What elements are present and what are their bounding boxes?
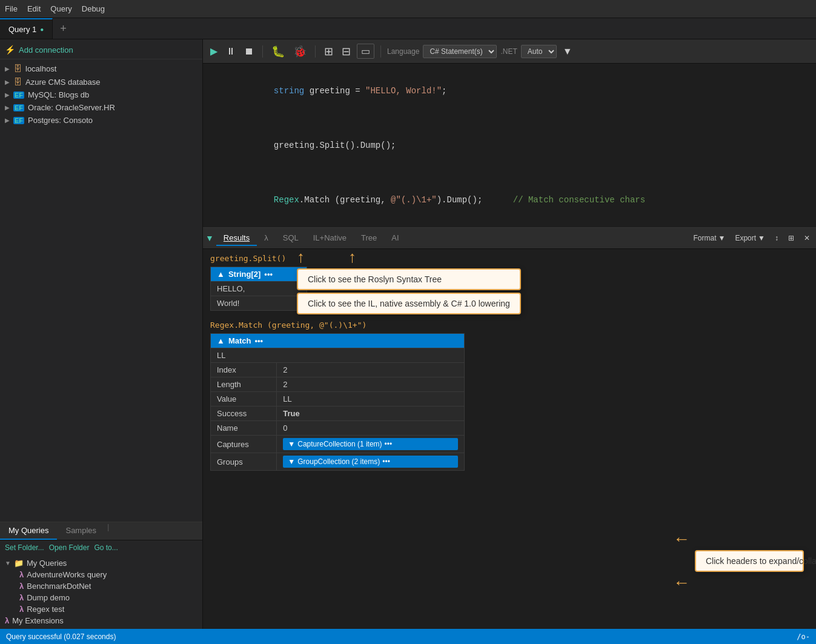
pause-button[interactable]: ⏸ [224,45,238,58]
sidebar-item-postgres[interactable]: ▶ EF Postgres: Consoto [0,114,202,127]
groups-dots[interactable]: ••• [382,457,390,466]
sidebar-item-localhost[interactable]: ▶ 🗄 localhost [0,62,202,75]
chevron-icon-mysql: ▶ [5,91,10,98]
expand-arrow: ▼ [288,440,295,448]
table-row-index: Index 2 [211,363,465,377]
cell-index-label: Index [211,363,277,377]
table-row-groups: Groups ▼ GroupCollection (2 items) ••• [211,453,465,471]
sidebar-item-azure[interactable]: ▶ 🗄 Azure CMS database [0,75,202,88]
table-row-value: Value LL [211,392,465,407]
lambda-icon-3: λ [19,593,24,602]
stop-button[interactable]: ⏹ [242,45,256,58]
left-arrows-container: ← ← [673,529,690,593]
result1-header[interactable]: ▲ String[2] ••• [211,267,307,282]
cell-hello: HELLO, [211,282,307,296]
cell-groups-value[interactable]: ▼ GroupCollection (2 items) ••• [277,453,465,471]
open-folder-btn[interactable]: Open Folder [49,543,90,552]
queries-tabs: My Queries Samples | [0,522,202,540]
tree-item-regex[interactable]: λ Regex test [0,603,202,615]
expand-button[interactable]: ↕ [771,233,782,244]
results-tab-lambda[interactable]: λ [257,231,276,246]
lambda-icon-2: λ [19,582,24,591]
table-row-name: Name 0 [211,421,465,436]
menu-bar: File Edit Query Debug [0,0,816,18]
code-line-4 [213,166,806,179]
results-tab-ilnative[interactable]: IL+Native [306,231,354,246]
export-button[interactable]: Export ▼ [731,233,769,244]
close-results-button[interactable]: ✕ [800,233,814,244]
header-dots[interactable]: ••• [264,270,273,279]
groups-expand-btn[interactable]: ▼ GroupCollection (2 items) ••• [283,456,458,468]
debug-button-2[interactable]: 🐞 [291,44,309,59]
toolbar-sep-2 [315,45,316,58]
sidebar-item-mysql[interactable]: ▶ EF MySQL: Blogs db [0,88,202,101]
sidebar: ⚡ Add connection ▶ 🗄 localhost ▶ 🗄 Azure… [0,39,203,629]
result2-table: ▲ Match ••• LL [210,333,465,471]
main-layout: ⚡ Add connection ▶ 🗄 localhost ▶ 🗄 Azure… [0,39,816,629]
debug-button-1[interactable]: 🐛 [269,44,287,59]
run-button[interactable]: ▶ [208,44,220,58]
cell-value-value: LL [277,392,465,407]
chevron-icon: ▶ [5,65,10,72]
results-panel: ▼ Results λ SQL IL+Native Tree AI Format… [203,228,816,629]
cell-captures-value[interactable]: ▼ CaptureCollection (1 item) ••• [277,436,465,453]
results-arrow[interactable]: ▼ [205,233,214,243]
status-bar: Query successful (0.027 seconds) /o- [0,629,816,644]
tree-item-extensions[interactable]: λ My Extensions [0,615,202,626]
cell-world: World! [211,296,307,311]
toolbar-sep-3 [380,45,381,58]
captures-dots[interactable]: ••• [385,440,393,448]
tree-item-adventureworks[interactable]: λ AdventureWorks query [0,569,202,580]
results-tab-ai[interactable]: AI [384,231,406,246]
menu-debug[interactable]: Debug [82,4,105,13]
grid-toggle-button[interactable]: ⊞ [784,233,798,244]
tab-add-button[interactable]: + [53,18,74,39]
format-button[interactable]: Format ▼ [690,233,729,244]
tab-query1[interactable]: Query 1 ● [0,18,53,39]
grid-view-button-2[interactable]: ⊟ [339,44,353,59]
sidebar-oracle-label: Oracle: OracleServer.HR [28,103,115,112]
editor-area: ▶ ⏸ ⏹ 🐛 🐞 ⊞ ⊟ ▭ Language C# Statement(s)… [203,39,816,629]
match-header[interactable]: ▲ Match ••• [211,334,465,348]
add-connection-item[interactable]: ⚡ Add connection [0,43,202,56]
dotnet-select[interactable]: Auto [521,45,557,58]
tab-samples[interactable]: Samples [57,522,105,540]
set-folder-btn[interactable]: Set Folder... [5,543,44,552]
ef-icon-oracle: EF [13,104,24,111]
lambda-icon-4: λ [19,605,24,614]
sidebar-item-oracle[interactable]: ▶ EF Oracle: OracleServer.HR [0,101,202,114]
cell-success-value: True [277,407,465,421]
grid-view-button-1[interactable]: ⊞ [322,44,336,59]
tree-folder-myqueries[interactable]: ▼ 📁 My Queries [0,557,202,569]
menu-edit[interactable]: Edit [27,4,41,13]
ef-icon-postgres: EF [13,117,24,124]
results-tab-tree[interactable]: Tree [354,231,384,246]
add-connection-label: Add connection [19,45,73,55]
more-options-button[interactable]: ▼ [560,45,575,58]
queries-section: My Queries Samples | Set Folder... Open … [0,522,202,629]
table-row: HELLO, [211,282,307,296]
menu-query[interactable]: Query [50,4,71,13]
results-tabs: ▼ Results λ SQL IL+Native Tree AI Format… [203,228,816,249]
match-header-dots[interactable]: ••• [254,336,263,345]
tree-item-dump[interactable]: λ Dump demo [0,592,202,603]
panel-button[interactable]: ▭ [357,44,374,59]
go-to-btn[interactable]: Go to... [94,543,118,552]
language-select[interactable]: C# Statement(s) [423,45,497,58]
tooltip-arrows: ↑ ↑ [297,249,521,265]
sidebar-azure-label: Azure CMS database [25,78,101,87]
captures-expand-btn[interactable]: ▼ CaptureCollection (1 item) ••• [283,438,458,450]
queries-tree: ▼ 📁 My Queries λ AdventureWorks query λ … [0,555,202,629]
menu-file[interactable]: File [5,4,18,13]
results-tab-results[interactable]: Results [216,231,257,246]
tab-bar: Query 1 ● + [0,18,816,39]
db-icon-localhost: 🗄 [13,64,22,73]
results-tab-sql[interactable]: SQL [276,231,306,246]
tab-query1-label: Query 1 [8,25,36,34]
tooltip-container: ↑ ↑ Click to see the Roslyn Syntax Tree … [297,249,521,314]
tab-my-queries[interactable]: My Queries [0,522,57,540]
result1-table: ▲ String[2] ••• HELLO, World! [210,267,307,311]
code-editor[interactable]: string greeting = "HELLO, World!"; greet… [203,64,816,228]
tree-item-benchmark[interactable]: λ BenchmarkDotNet [0,580,202,592]
ef-icon-mysql: EF [13,91,24,99]
